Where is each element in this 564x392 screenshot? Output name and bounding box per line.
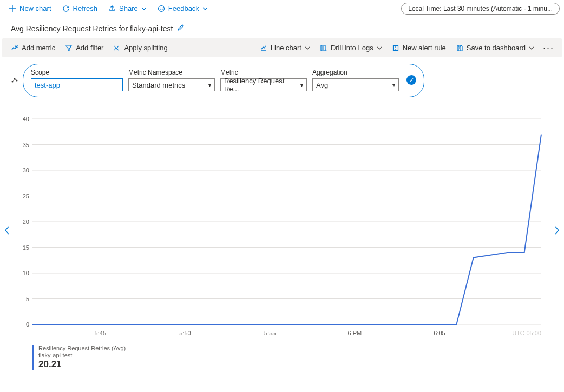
svg-point-2 [162, 7, 162, 8]
smile-icon [158, 5, 165, 12]
share-icon [108, 5, 116, 12]
chevron-down-icon [377, 45, 382, 51]
svg-text:35: 35 [23, 142, 29, 148]
svg-text:5:45: 5:45 [95, 330, 106, 336]
new-alert-label: New alert rule [403, 44, 446, 52]
split-icon [113, 44, 121, 52]
new-chart-label: New chart [19, 4, 51, 12]
filter-icon [65, 44, 73, 52]
chevron-right-icon [553, 225, 561, 236]
chevron-left-icon [3, 225, 11, 236]
svg-text:6 PM: 6 PM [347, 330, 362, 336]
share-button[interactable]: Share [104, 2, 151, 15]
svg-text:5:50: 5:50 [179, 330, 191, 336]
add-metric-icon [11, 44, 18, 52]
metric-value: Resiliency Request Re... [224, 77, 297, 93]
aggregation-selector[interactable]: Avg ▾ [312, 78, 399, 91]
feedback-label: Feedback [168, 4, 199, 12]
series-color-icon [11, 76, 18, 85]
logs-icon [320, 44, 327, 52]
svg-text:30: 30 [23, 167, 29, 174]
aggregation-value: Avg [316, 81, 328, 89]
plus-icon [9, 5, 16, 12]
chart-area: 05101520253035405:455:505:556 PM6:05UTC-… [11, 114, 553, 370]
chart-type-label: Line chart [271, 44, 301, 52]
metric-selector[interactable]: Resiliency Request Re... ▾ [220, 78, 307, 91]
apply-splitting-label: Apply splitting [124, 44, 167, 52]
chevron-down-icon [202, 6, 208, 11]
alert-icon [392, 44, 399, 52]
apply-splitting-button[interactable]: Apply splitting [109, 42, 172, 54]
chevron-down-icon: ▾ [208, 82, 211, 88]
chevron-down-icon [141, 6, 147, 11]
svg-text:40: 40 [23, 116, 29, 122]
new-chart-button[interactable]: New chart [4, 2, 56, 15]
edit-title-button[interactable] [177, 24, 185, 33]
drill-logs-button[interactable]: Drill into Logs [316, 42, 386, 54]
svg-text:5: 5 [26, 296, 29, 302]
chevron-down-icon: ▾ [392, 82, 395, 88]
chevron-down-icon [305, 45, 310, 51]
drill-logs-label: Drill into Logs [331, 44, 373, 52]
chart-title: Avg Resiliency Request Retries for flaky… [11, 24, 173, 33]
legend-value: 20.21 [38, 359, 553, 370]
svg-text:25: 25 [23, 193, 29, 200]
metric-selector-row: Scope test-app Metric Namespace Standard… [11, 64, 553, 97]
scope-label: Scope [31, 69, 123, 76]
refresh-label: Refresh [73, 4, 98, 12]
legend-resource: flaky-api-test [38, 352, 553, 359]
next-chart-button[interactable] [550, 222, 564, 242]
metric-toolbar: Add metric Add filter Apply splitting Li… [2, 38, 562, 57]
confirm-badge[interactable]: ✓ [406, 75, 416, 85]
namespace-label: Metric Namespace [128, 69, 215, 76]
namespace-selector[interactable]: Standard metrics ▾ [128, 78, 215, 91]
svg-text:UTC-05:00: UTC-05:00 [512, 330, 541, 336]
save-dashboard-button[interactable]: Save to dashboard [451, 42, 539, 54]
save-dashboard-label: Save to dashboard [467, 44, 526, 52]
svg-point-1 [160, 7, 160, 8]
share-label: Share [119, 4, 138, 12]
svg-point-0 [158, 5, 164, 11]
svg-text:10: 10 [23, 270, 29, 276]
save-icon [456, 44, 463, 52]
scope-selector[interactable]: test-app [31, 78, 123, 91]
more-options-button[interactable]: ··· [540, 42, 558, 54]
chart-type-button[interactable]: Line chart [255, 42, 314, 54]
new-alert-button[interactable]: New alert rule [388, 42, 450, 54]
add-metric-label: Add metric [22, 44, 55, 52]
metric-pill: Scope test-app Metric Namespace Standard… [23, 64, 424, 97]
feedback-button[interactable]: Feedback [153, 2, 212, 15]
svg-text:20: 20 [23, 218, 29, 225]
metric-label: Metric [220, 69, 307, 76]
namespace-value: Standard metrics [132, 81, 185, 89]
chevron-down-icon: ▾ [300, 82, 303, 88]
time-range-pill[interactable]: Local Time: Last 30 minutes (Automatic -… [401, 3, 560, 15]
chevron-down-icon [529, 45, 534, 51]
add-filter-button[interactable]: Add filter [61, 42, 108, 54]
chart-title-row: Avg Resiliency Request Retries for flaky… [0, 17, 564, 38]
aggregation-label: Aggregation [312, 69, 399, 76]
legend-series-name: Resiliency Request Retries (Avg) [38, 345, 553, 352]
add-filter-label: Add filter [76, 44, 103, 52]
line-chart: 05101520253035405:455:505:556 PM6:05UTC-… [11, 114, 552, 341]
svg-text:6:05: 6:05 [434, 330, 445, 336]
prev-chart-button[interactable] [0, 222, 14, 242]
top-bar: New chart Refresh Share Feedback Local T… [0, 0, 564, 17]
pencil-icon [177, 24, 185, 31]
scope-value: test-app [35, 81, 60, 89]
chart-legend[interactable]: Resiliency Request Retries (Avg) flaky-a… [32, 345, 553, 370]
add-metric-button[interactable]: Add metric [6, 42, 60, 54]
line-chart-icon [260, 44, 267, 52]
refresh-button[interactable]: Refresh [58, 2, 102, 15]
svg-text:15: 15 [23, 244, 29, 251]
svg-text:0: 0 [26, 321, 29, 328]
refresh-icon [62, 5, 70, 12]
svg-text:5:55: 5:55 [264, 330, 276, 336]
